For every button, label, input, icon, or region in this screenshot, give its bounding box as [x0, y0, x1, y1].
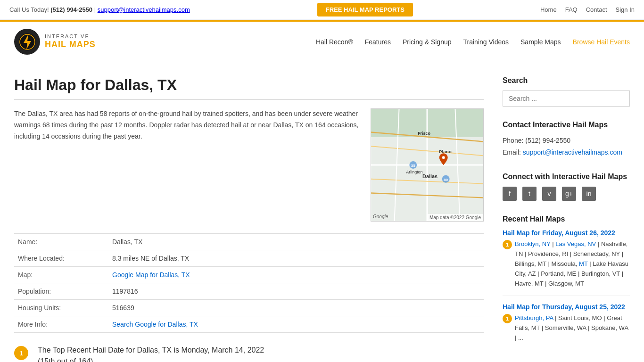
top-nav-home[interactable]: Home	[540, 6, 557, 13]
googleplus-icon[interactable]: g+	[562, 187, 576, 201]
nav-browse-hail[interactable]: Browse Hail Events	[573, 38, 630, 46]
contact-phone-line: Phone: (512) 994-2550	[503, 135, 630, 147]
facebook-icon[interactable]: f	[503, 187, 517, 201]
linkedin-icon[interactable]: in	[582, 187, 596, 201]
separator: |	[598, 240, 601, 247]
row-value: 1197816	[108, 283, 484, 300]
email-link[interactable]: support@interactivehailmaps.com	[98, 6, 190, 13]
nav-training[interactable]: Training Videos	[463, 38, 509, 46]
svg-text:Frisco: Frisco	[418, 131, 430, 136]
table-row: Name: Dallas, TX	[14, 234, 484, 250]
phone-value: (512) 994-2550	[525, 137, 570, 144]
sidebar: Search Contact Interactive Hail Maps Pho…	[503, 76, 630, 362]
page-title: Hail Map for Dallas, TX	[14, 76, 484, 100]
map-link[interactable]: Google Map for Dallas, TX	[112, 271, 190, 279]
sidebar-recent-section: Recent Hail Maps Hail Map for Friday, Au…	[503, 215, 630, 350]
intro-paragraph: The Dallas, TX area has had 58 reports o…	[14, 108, 359, 222]
recent-hail-date-link[interactable]: Hail Map for Friday, August 26, 2022	[503, 229, 615, 237]
row-label: Housing Units:	[14, 300, 108, 316]
contact-email-line: Email: support@interactivehailmaps.com	[503, 147, 630, 158]
map-credit: Map data ©2022 Google	[427, 214, 483, 221]
twitter-icon[interactable]: t	[522, 187, 537, 201]
contact-title: Contact Interactive Hail Maps	[503, 121, 630, 129]
hail-date-section: 1 The Top Recent Hail Date for Dallas, T…	[14, 345, 484, 362]
row-label: Map:	[14, 267, 108, 283]
top-nav-faq[interactable]: FAQ	[565, 6, 578, 13]
row-label: Where Located:	[14, 250, 108, 267]
info-table: Name: Dallas, TX Where Located: 8.3 mile…	[14, 233, 484, 333]
row-value: Google Map for Dallas, TX	[108, 267, 484, 283]
sidebar-connect-section: Connect with Interactive Hail Maps f t v…	[503, 173, 630, 201]
location-link[interactable]: Las Vegas, NV	[555, 240, 596, 247]
recent-hail-item: Hail Map for Friday, August 26, 2022 1 B…	[503, 229, 630, 296]
table-row: Map: Google Map for Dallas, TX	[14, 267, 484, 283]
svg-text:Arlington: Arlington	[406, 170, 422, 174]
contact-block: Phone: (512) 994-2550 Email: support@int…	[503, 135, 630, 158]
top-bar: Call Us Today! (512) 994-2550 | support@…	[0, 0, 644, 20]
search-title: Search	[503, 76, 630, 85]
vimeo-icon[interactable]: v	[542, 187, 556, 201]
svg-text:35: 35	[411, 164, 415, 168]
intro-section: The Dallas, TX area has had 58 reports o…	[14, 108, 484, 222]
top-bar-contact: Call Us Today! (512) 994-2550 | support@…	[9, 6, 190, 13]
location-badge: 1	[503, 240, 512, 249]
more-info-link[interactable]: Search Google for Dallas, TX	[112, 321, 198, 328]
contact-email-link[interactable]: support@interactivehailmaps.com	[523, 148, 622, 156]
content-area: Hail Map for Dallas, TX The Dallas, TX a…	[14, 76, 484, 362]
location-link[interactable]: Brooklyn, NY	[515, 240, 551, 247]
sidebar-contact-section: Contact Interactive Hail Maps Phone: (51…	[503, 121, 630, 158]
row-value: Search Google for Dallas, TX	[108, 316, 484, 333]
recent-hail-locations: 1 Pittsburgh, PA | Saint Louis, MO | Gre…	[503, 313, 630, 343]
map-thumbnail[interactable]: 35 80 Frisco Plano Arlington Dallas Goog…	[371, 108, 484, 222]
email-label: Email:	[503, 148, 521, 156]
svg-text:Dallas: Dallas	[422, 173, 438, 179]
location-link[interactable]: Pittsburgh, PA	[515, 314, 553, 321]
main-nav: Hail Recon® Features Pricing & Signup Tr…	[316, 38, 630, 46]
row-value: 516639	[108, 300, 484, 316]
recent-hail-locations: 1 Brooklyn, NY | Las Vegas, NV | Nashvil…	[503, 239, 630, 288]
nav-sample-maps[interactable]: Sample Maps	[520, 38, 561, 46]
svg-point-22	[442, 156, 445, 159]
hail-date-text: The Top Recent Hail Date for Dallas, TX …	[38, 345, 264, 362]
location-link[interactable]: MT	[579, 260, 588, 267]
call-label: Call Us Today!	[9, 6, 49, 13]
nav-features[interactable]: Features	[365, 38, 391, 46]
top-bar-cta: FREE HAIL MAP REPORTS	[317, 3, 413, 16]
top-nav-contact[interactable]: Contact	[586, 6, 607, 13]
search-input[interactable]	[503, 90, 630, 107]
map-canvas: 35 80 Frisco Plano Arlington Dallas Goog…	[371, 109, 483, 221]
table-row: Where Located: 8.3 miles NE of Dallas, T…	[14, 250, 484, 267]
separator: |	[555, 314, 558, 321]
table-row: More Info: Search Google for Dallas, TX	[14, 316, 484, 333]
logo[interactable]: INTERACTIVE HAIL MAPS	[14, 29, 96, 55]
top-nav-signin[interactable]: Sign In	[616, 6, 635, 13]
row-value: 8.3 miles NE of Dallas, TX	[108, 250, 484, 267]
phone-label: Phone:	[503, 137, 523, 144]
top-bar-nav: Home FAQ Contact Sign In	[540, 6, 635, 13]
sidebar-search-section: Search	[503, 76, 630, 107]
recent-hail-date: Hail Map for Friday, August 26, 2022	[503, 229, 630, 237]
recent-title: Recent Hail Maps	[503, 215, 630, 223]
phone-number: (512) 994-2550	[50, 6, 92, 13]
location-links: Pittsburgh, PA | Saint Louis, MO | Great…	[515, 313, 630, 343]
social-icons: f t v g+ in	[503, 187, 630, 201]
logo-svg	[18, 33, 37, 51]
connect-title: Connect with Interactive Hail Maps	[503, 173, 630, 181]
hail-date-badge: 1	[14, 346, 28, 360]
free-reports-button[interactable]: FREE HAIL MAP REPORTS	[317, 3, 413, 16]
map-svg: 35 80 Frisco Plano Arlington Dallas	[371, 109, 483, 221]
recent-hail-date-link[interactable]: Hail Map for Thursday, August 25, 2022	[503, 303, 625, 311]
site-header: INTERACTIVE HAIL MAPS Hail Recon® Featur…	[0, 22, 644, 62]
nav-hail-recon[interactable]: Hail Recon®	[316, 38, 353, 46]
nav-pricing[interactable]: Pricing & Signup	[403, 38, 452, 46]
main-container: Hail Map for Dallas, TX The Dallas, TX a…	[0, 62, 644, 362]
row-label: Population:	[14, 283, 108, 300]
location-badge: 1	[503, 314, 512, 323]
separator: |	[94, 6, 98, 13]
table-row: Population: 1197816	[14, 283, 484, 300]
brand-top: INTERACTIVE	[45, 33, 96, 40]
logo-text: INTERACTIVE HAIL MAPS	[45, 33, 96, 50]
recent-hail-item: Hail Map for Thursday, August 25, 2022 1…	[503, 303, 630, 350]
svg-text:Plano: Plano	[439, 149, 452, 154]
row-label: Name:	[14, 234, 108, 250]
